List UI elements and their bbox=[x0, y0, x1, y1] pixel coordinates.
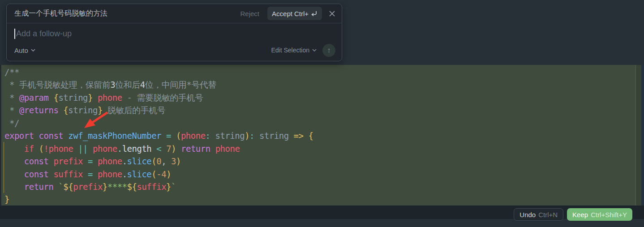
prompt-title: 生成一个手机号码脱敏的方法 bbox=[14, 9, 240, 18]
dialog-header: 生成一个手机号码脱敏的方法 Reject Accept Ctrl+ bbox=[7, 4, 342, 23]
diff-actions: Undo Ctrl+N Keep Ctrl+Shift+Y bbox=[514, 208, 632, 221]
text-caret bbox=[14, 29, 15, 39]
arrow-up-icon: ↑ bbox=[327, 46, 331, 55]
code-block[interactable]: /** * 手机号脱敏处理，保留前3位和后4位，中间用*号代替 * @param… bbox=[0, 66, 644, 206]
keep-button[interactable]: Keep Ctrl+Shift+Y bbox=[567, 208, 632, 221]
mode-selector-value: Auto bbox=[14, 47, 28, 54]
accept-button[interactable]: Accept Ctrl+ bbox=[267, 7, 322, 20]
chevron-down-icon bbox=[312, 49, 317, 51]
close-x-icon bbox=[329, 10, 335, 17]
red-arrow-pointer-icon bbox=[81, 109, 112, 132]
close-button[interactable] bbox=[329, 10, 335, 17]
chevron-down-icon bbox=[31, 49, 35, 51]
code-line: * 手机号脱敏处理，保留前3位和后4位，中间用*号代替 bbox=[0, 78, 644, 91]
context-selector[interactable]: Edit Selection bbox=[271, 47, 317, 54]
inline-chat-dialog: 生成一个手机号码脱敏的方法 Reject Accept Ctrl+ Add a … bbox=[6, 4, 342, 61]
code-line: * @param {string} phone - 需要脱敏的手机号 bbox=[0, 91, 644, 104]
editor-scrollbar-track[interactable] bbox=[636, 65, 641, 206]
accept-shortcut: Ctrl+ bbox=[294, 10, 309, 17]
code-line: const suffix = phone.slice(-4) bbox=[0, 168, 644, 180]
keep-shortcut: Ctrl+Shift+Y bbox=[591, 211, 627, 218]
send-button[interactable]: ↑ bbox=[322, 44, 335, 57]
code-line: if (!phone || phone.length < 7) return p… bbox=[0, 142, 644, 155]
dialog-footer: Auto Edit Selection ↑ bbox=[7, 43, 342, 61]
code-line: /** bbox=[0, 66, 644, 78]
undo-button[interactable]: Undo Ctrl+N bbox=[514, 208, 563, 221]
input-placeholder: Add a follow-up bbox=[16, 29, 72, 39]
code-line: const prefix = phone.slice(0, 3) bbox=[0, 155, 644, 167]
context-selector-value: Edit Selection bbox=[271, 47, 309, 54]
code-line: } bbox=[0, 193, 644, 206]
mode-selector[interactable]: Auto bbox=[14, 47, 35, 54]
bracket-indent-guide bbox=[4, 142, 4, 193]
follow-up-input[interactable]: Add a follow-up bbox=[7, 23, 342, 43]
undo-shortcut: Ctrl+N bbox=[538, 211, 558, 218]
reject-button[interactable]: Reject bbox=[240, 10, 260, 17]
minimap-edge bbox=[641, 65, 644, 227]
diff-added-block: /** * 手机号脱敏处理，保留前3位和后4位，中间用*号代替 * @param… bbox=[0, 65, 644, 206]
enter-return-icon bbox=[310, 11, 318, 17]
code-line: return `${prefix}****${suffix}` bbox=[0, 180, 644, 193]
undo-label: Undo bbox=[519, 211, 536, 218]
accept-label: Accept bbox=[272, 10, 292, 17]
keep-label: Keep bbox=[572, 211, 588, 218]
editor-screen: /** * 手机号脱敏处理，保留前3位和后4位，中间用*号代替 * @param… bbox=[0, 0, 644, 227]
